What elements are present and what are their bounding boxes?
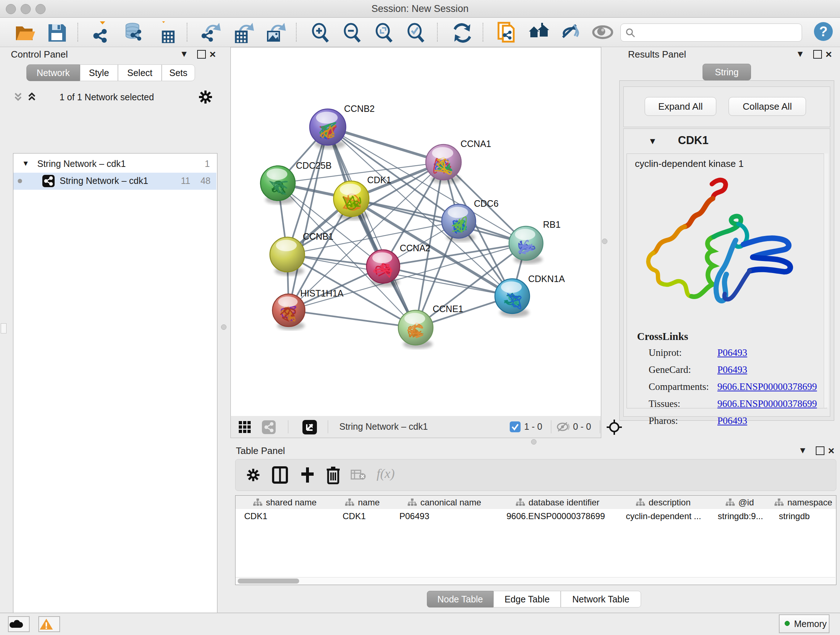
column-header--id[interactable]: @id [709,496,771,509]
network-collection-row[interactable]: ▼ String Network – cdk1 1 [13,156,216,173]
import-network-icon[interactable] [91,21,113,43]
node-CCNA2[interactable] [366,250,400,283]
column-header-shared-name[interactable]: shared name [235,496,334,509]
bar-separator [288,420,288,433]
export-table-icon[interactable] [232,21,254,43]
warnings-button[interactable] [38,616,60,632]
tab-network-table[interactable]: Network Table [561,591,641,608]
node-RB1[interactable] [509,226,543,260]
import-table-icon[interactable] [155,21,177,43]
panel-collapse-grip[interactable] [1,323,6,333]
collapse-all-button[interactable]: Collapse All [729,97,806,116]
table-cell[interactable]: CDK1 [334,509,391,523]
select-columns-icon[interactable] [272,466,288,484]
node-CDK1[interactable] [333,181,369,217]
search-input[interactable] [639,25,797,39]
zoom-selected-icon[interactable] [405,21,427,43]
expand-all-icon[interactable] [27,91,43,104]
tab-style[interactable]: Style [80,65,118,81]
right-splitter-handle[interactable] [602,239,607,244]
table-cell[interactable]: stringdb:9... [709,509,770,523]
node-HIST1H1A[interactable] [272,294,305,326]
tab-node-table[interactable]: Node Table [427,591,493,608]
hide-labels-icon[interactable] [560,21,582,43]
column-header-description[interactable]: description [617,496,709,509]
import-database-icon[interactable] [123,21,145,43]
clipboard-network-icon[interactable] [496,21,518,43]
table-cell[interactable]: stringdb [770,509,836,523]
cloud-button[interactable] [8,616,30,632]
results-panel-maximize-icon[interactable] [813,50,822,59]
collection-expand-arrow[interactable]: ▼ [22,159,29,168]
network-row-selected[interactable]: String Network – cdk1 11 48 [13,173,216,190]
column-header-database-identifier[interactable]: database identifier [498,496,617,509]
protein-collapse-arrow[interactable]: ▼ [648,136,657,146]
tab-edge-table[interactable]: Edge Table [493,591,561,608]
node-CCNB1[interactable] [270,237,305,272]
save-session-icon[interactable] [46,21,67,43]
table-panel-close-icon[interactable]: × [828,447,835,454]
delete-column-trash-icon[interactable] [325,465,341,485]
home-icon[interactable] [528,21,550,43]
node-CCNA1[interactable] [426,144,461,180]
results-scrollbar[interactable] [824,154,829,408]
node-CCNB2[interactable] [309,109,346,145]
tab-select[interactable]: Select [118,65,162,81]
node-CDC25B[interactable] [261,166,295,201]
crosslink-value-link[interactable]: 9606.ENSP00000378699 [717,381,817,393]
status-bar: Memory [0,613,840,635]
eye-icon[interactable] [592,21,614,43]
table-panel-maximize-icon[interactable] [816,447,824,455]
node-CDC6[interactable] [442,204,476,238]
control-panel-maximize-icon[interactable] [197,50,206,59]
table-cell[interactable]: CDK1 [235,509,334,523]
column-header-label: shared name [266,497,317,508]
table-cell[interactable]: cyclin-dependent ... [617,509,709,523]
crosslink-value-link[interactable]: P06493 [717,347,747,358]
open-file-icon[interactable] [14,21,35,43]
network-canvas[interactable]: CCNB2CCNA1CDC25BCDK1CDC6RB1CCNB1CCNA2CDK… [231,47,601,416]
node-gloss-highlight [447,207,468,218]
node-gloss-highlight [278,296,298,307]
table-hscrollbar[interactable] [235,577,835,585]
crosslink-value-link[interactable]: 9606.ENSP00000378699 [717,398,817,409]
left-splitter-handle[interactable] [221,325,226,330]
column-header-namespace[interactable]: namespace [770,496,836,509]
table-panel-float-icon[interactable]: ▼ [798,445,807,455]
tab-sets[interactable]: Sets [162,65,195,81]
birds-eye-grid-icon[interactable] [239,421,251,433]
edge-CCNA2-CDKN1A[interactable] [383,266,512,296]
column-header-name[interactable]: name [334,496,391,509]
crosslink-value-link[interactable]: P06493 [717,415,747,426]
tab-network[interactable]: Network [27,65,80,81]
table-cell[interactable]: P06493 [391,509,498,523]
zoom-in-icon[interactable] [309,21,332,43]
edge-CCNB2-HIST1H1A[interactable] [289,127,328,310]
memory-button[interactable]: Memory [779,614,829,633]
add-column-icon[interactable] [299,466,316,484]
table-hscroll-thumb[interactable] [238,578,299,584]
edge-HIST1H1A-CCNE1[interactable] [289,310,416,328]
node-CCNE1[interactable] [398,310,433,345]
results-panel-float-icon[interactable]: ▼ [796,49,805,59]
open-in-new-icon[interactable] [302,420,317,434]
expand-all-button[interactable]: Expand All [645,97,716,116]
network-overview-icon[interactable] [262,420,276,434]
export-network-icon[interactable] [201,21,222,43]
table-cell[interactable]: 9606.ENSP00000378699 [498,509,617,523]
refresh-icon[interactable] [451,21,472,43]
zoom-out-icon[interactable] [341,21,363,43]
node-CDKN1A[interactable] [495,279,530,314]
control-panel-float-icon[interactable]: ▼ [180,49,188,59]
results-panel-close-icon[interactable]: × [826,51,832,58]
selected-checkbox-icon[interactable] [510,421,521,432]
zoom-fit-icon[interactable] [373,21,395,43]
column-header-canonical-name[interactable]: canonical name [391,496,498,509]
gear-icon[interactable] [197,89,213,105]
export-image-icon[interactable] [264,21,286,43]
crosslink-value-link[interactable]: P06493 [717,364,747,375]
tab-string[interactable]: String [703,64,751,80]
help-button[interactable]: ? [814,22,833,41]
table-gear-icon[interactable] [246,467,261,483]
control-panel-close-icon[interactable]: × [210,51,216,58]
